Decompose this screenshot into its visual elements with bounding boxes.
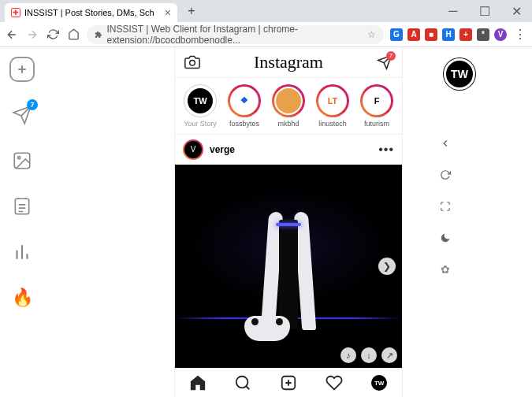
extension-icon[interactable]: * [477, 28, 489, 41]
analytics-button[interactable] [9, 239, 35, 265]
extension-icon [95, 30, 102, 39]
url-text: INSSIST | Web Client for Instagram | chr… [106, 24, 363, 46]
post-audio-icon[interactable]: ♪ [340, 347, 356, 363]
extension-icon[interactable]: ■ [425, 28, 437, 41]
story-avatar: TW [186, 87, 214, 115]
send-dm-button[interactable]: 7 [9, 102, 35, 128]
extension-icon[interactable]: + [459, 28, 472, 41]
ig-bottom-nav: TW [175, 368, 402, 397]
panel-refresh-button[interactable] [439, 169, 452, 181]
post-author-username[interactable]: verge [210, 144, 235, 155]
post-overlay-actions: ♪ ↓ ↗ [340, 347, 397, 363]
post-more-button[interactable]: ••• [378, 143, 394, 157]
story-ring: ❖ [228, 84, 261, 117]
nav-reload-button[interactable] [46, 28, 60, 42]
panel-zen-button[interactable]: ✿ [439, 263, 452, 276]
story-ring: LT [316, 84, 349, 117]
nav-activity-icon[interactable] [326, 374, 343, 391]
post-author-avatar[interactable]: V [183, 139, 203, 160]
story-ring: TW [184, 84, 217, 117]
dm-badge: 7 [27, 99, 38, 110]
story-label: Your Story [184, 120, 217, 128]
nav-profile-icon[interactable]: TW [370, 374, 388, 391]
svg-point-4 [236, 377, 248, 388]
right-panel: TW ✿ [403, 47, 489, 397]
browser-tab[interactable]: ✚ INSSIST | Post Stories, DMs, Sch × [5, 3, 177, 22]
media-button[interactable] [9, 148, 35, 173]
story-item[interactable]: TWYour Story [180, 84, 221, 128]
nav-forward-button[interactable] [25, 28, 39, 42]
address-bar[interactable]: INSSIST | Web Client for Instagram | chr… [87, 25, 384, 44]
trending-button[interactable]: 🔥 [9, 285, 35, 310]
tab-close-icon[interactable]: × [165, 6, 171, 19]
story-ring: F [360, 84, 393, 117]
window-titlebar: ✚ INSSIST | Post Stories, DMs, Sch × + ─… [0, 0, 532, 22]
browser-toolbar: INSSIST | Web Client for Instagram | chr… [0, 22, 532, 47]
extension-icon[interactable]: V [494, 28, 507, 41]
bookmark-star-icon[interactable]: ☆ [367, 29, 376, 40]
add-post-button[interactable] [9, 57, 35, 82]
schedule-button[interactable] [9, 194, 35, 219]
story-label: linustech [318, 120, 347, 128]
story-label: mkbhd [277, 120, 299, 128]
post-download-icon[interactable]: ↓ [361, 347, 377, 363]
carousel-next-button[interactable]: ❯ [378, 258, 396, 275]
post-image[interactable]: ❯ ↖ ♪ ↓ ↗ [175, 165, 402, 368]
story-avatar: ❖ [230, 87, 259, 115]
new-tab-button[interactable]: + [182, 2, 201, 20]
tab-title: INSSIST | Post Stories, DMs, Sch [24, 8, 154, 17]
svg-point-3 [190, 60, 195, 65]
stories-row: TWYour Story❖fossbytesmkbhdLTlinustechFf… [175, 78, 402, 135]
nav-search-icon[interactable] [234, 374, 251, 391]
right-toolbar: ✿ [439, 137, 452, 276]
panel-fullscreen-button[interactable] [439, 200, 452, 213]
story-ring [272, 84, 305, 117]
story-item[interactable]: LTlinustech [312, 84, 353, 128]
browser-menu-button[interactable]: ⋮ [513, 28, 527, 42]
instagram-logo: Instagram [254, 52, 323, 72]
camera-icon[interactable] [184, 54, 200, 70]
story-label: fossbytes [229, 120, 259, 128]
story-avatar [274, 87, 303, 115]
post-header: V verge ••• [175, 135, 402, 165]
story-item[interactable]: ❖fossbytes [224, 84, 265, 128]
story-item[interactable]: Ffuturism [356, 84, 397, 128]
nav-create-icon[interactable] [280, 374, 297, 391]
dm-count-badge: 7 [386, 51, 396, 61]
window-minimize-button[interactable]: ─ [437, 0, 469, 22]
mouse-cursor-icon: ↖ [396, 305, 402, 316]
story-label: futurism [364, 120, 389, 128]
nav-home-button[interactable] [66, 28, 80, 42]
dm-button[interactable]: 7 [377, 54, 392, 70]
story-avatar: LT [318, 87, 347, 115]
nav-back-button[interactable] [5, 28, 19, 42]
panel-back-button[interactable] [439, 137, 452, 150]
window-maximize-button[interactable]: ☐ [469, 0, 500, 22]
nav-home-icon[interactable] [189, 374, 206, 391]
instagram-view: Instagram 7 TWYour Story❖fossbytesmkbhdL… [174, 47, 403, 397]
window-close-button[interactable]: ✕ [500, 0, 532, 22]
tab-favicon-icon: ✚ [11, 8, 20, 17]
extension-icon[interactable]: A [407, 28, 420, 41]
account-badge[interactable]: TW [444, 58, 475, 90]
story-item[interactable]: mkbhd [268, 84, 309, 128]
panel-darkmode-button[interactable] [439, 232, 452, 244]
post-share-icon[interactable]: ↗ [381, 347, 397, 363]
svg-point-1 [18, 157, 20, 159]
ig-header: Instagram 7 [175, 47, 402, 78]
story-avatar: F [363, 87, 391, 115]
post-image-content [175, 165, 402, 368]
extension-icons-row: GA■H+*V [390, 28, 507, 41]
extension-icon[interactable]: H [442, 28, 455, 41]
app-left-rail: 7 🔥 [0, 47, 44, 397]
extension-icon[interactable]: G [390, 28, 403, 41]
